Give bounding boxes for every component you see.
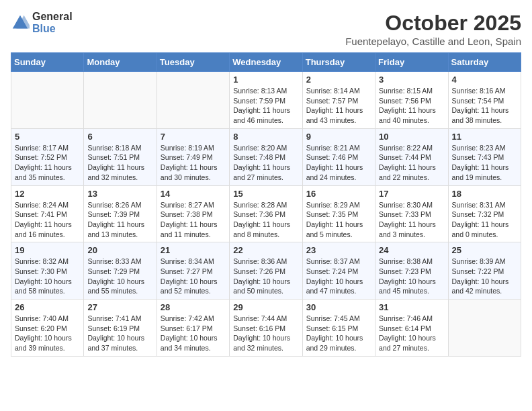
weekday-header: Wednesday <box>230 53 302 72</box>
calendar-cell: 8Sunrise: 8:20 AM Sunset: 7:48 PM Daylig… <box>230 128 302 185</box>
day-info: Sunrise: 7:40 AM Sunset: 6:20 PM Dayligh… <box>15 314 80 353</box>
calendar-cell: 5Sunrise: 8:17 AM Sunset: 7:52 PM Daylig… <box>11 128 84 185</box>
logo-blue-text: Blue <box>32 23 73 35</box>
day-number: 24 <box>379 245 444 255</box>
day-info: Sunrise: 7:46 AM Sunset: 6:14 PM Dayligh… <box>379 314 444 353</box>
day-number: 10 <box>379 132 444 142</box>
calendar-cell: 1Sunrise: 8:13 AM Sunset: 7:59 PM Daylig… <box>230 72 302 129</box>
day-info: Sunrise: 8:19 AM Sunset: 7:49 PM Dayligh… <box>161 143 226 183</box>
calendar-cell: 7Sunrise: 8:19 AM Sunset: 7:49 PM Daylig… <box>157 128 229 185</box>
calendar-cell: 3Sunrise: 8:15 AM Sunset: 7:56 PM Daylig… <box>375 72 448 129</box>
calendar-table: SundayMondayTuesdayWednesdayThursdayFrid… <box>11 52 521 357</box>
calendar-cell: 31Sunrise: 7:46 AM Sunset: 6:14 PM Dayli… <box>375 300 448 357</box>
day-info: Sunrise: 8:34 AM Sunset: 7:27 PM Dayligh… <box>161 257 226 296</box>
day-number: 4 <box>452 75 517 85</box>
weekday-header: Monday <box>84 53 157 72</box>
weekday-header: Thursday <box>302 53 375 72</box>
title-block: October 2025 Fuentepelayo, Castille and … <box>345 11 521 47</box>
calendar-cell: 15Sunrise: 8:28 AM Sunset: 7:36 PM Dayli… <box>230 185 302 242</box>
calendar-cell: 14Sunrise: 8:27 AM Sunset: 7:38 PM Dayli… <box>157 185 229 242</box>
calendar-week-row: 26Sunrise: 7:40 AM Sunset: 6:20 PM Dayli… <box>11 300 521 357</box>
calendar-cell <box>11 72 84 129</box>
weekday-header: Friday <box>375 53 448 72</box>
day-info: Sunrise: 8:15 AM Sunset: 7:56 PM Dayligh… <box>379 86 444 126</box>
calendar-cell: 25Sunrise: 8:39 AM Sunset: 7:22 PM Dayli… <box>448 242 521 300</box>
day-number: 5 <box>15 132 80 142</box>
day-number: 25 <box>452 245 517 255</box>
calendar-header-row: SundayMondayTuesdayWednesdayThursdayFrid… <box>11 53 521 72</box>
day-info: Sunrise: 8:31 AM Sunset: 7:32 PM Dayligh… <box>452 200 517 240</box>
calendar-cell: 19Sunrise: 8:32 AM Sunset: 7:30 PM Dayli… <box>11 242 84 300</box>
day-number: 1 <box>233 75 298 85</box>
calendar-cell: 12Sunrise: 8:24 AM Sunset: 7:41 PM Dayli… <box>11 185 84 242</box>
calendar-cell: 30Sunrise: 7:45 AM Sunset: 6:15 PM Dayli… <box>302 300 375 357</box>
day-info: Sunrise: 7:41 AM Sunset: 6:19 PM Dayligh… <box>87 314 152 353</box>
logo-icon <box>11 13 30 32</box>
day-number: 15 <box>233 189 298 199</box>
calendar-cell: 10Sunrise: 8:22 AM Sunset: 7:44 PM Dayli… <box>375 128 448 185</box>
calendar-cell: 28Sunrise: 7:42 AM Sunset: 6:17 PM Dayli… <box>157 300 229 357</box>
calendar-cell: 4Sunrise: 8:16 AM Sunset: 7:54 PM Daylig… <box>448 72 521 129</box>
day-info: Sunrise: 8:39 AM Sunset: 7:22 PM Dayligh… <box>452 257 517 296</box>
calendar-week-row: 19Sunrise: 8:32 AM Sunset: 7:30 PM Dayli… <box>11 242 521 300</box>
day-info: Sunrise: 8:16 AM Sunset: 7:54 PM Dayligh… <box>452 86 517 126</box>
calendar-cell: 16Sunrise: 8:29 AM Sunset: 7:35 PM Dayli… <box>302 185 375 242</box>
day-number: 16 <box>306 189 371 199</box>
day-number: 26 <box>15 302 80 312</box>
calendar-cell: 29Sunrise: 7:44 AM Sunset: 6:16 PM Dayli… <box>230 300 302 357</box>
day-info: Sunrise: 7:42 AM Sunset: 6:17 PM Dayligh… <box>161 314 226 353</box>
location-title: Fuentepelayo, Castille and Leon, Spain <box>345 36 521 47</box>
day-number: 19 <box>15 245 80 255</box>
day-info: Sunrise: 8:22 AM Sunset: 7:44 PM Dayligh… <box>379 143 444 183</box>
day-info: Sunrise: 8:33 AM Sunset: 7:29 PM Dayligh… <box>87 257 152 296</box>
day-number: 2 <box>306 75 371 85</box>
day-info: Sunrise: 8:29 AM Sunset: 7:35 PM Dayligh… <box>306 200 371 240</box>
weekday-header: Sunday <box>11 53 84 72</box>
calendar-cell: 22Sunrise: 8:36 AM Sunset: 7:26 PM Dayli… <box>230 242 302 300</box>
day-number: 3 <box>379 75 444 85</box>
calendar-cell: 18Sunrise: 8:31 AM Sunset: 7:32 PM Dayli… <box>448 185 521 242</box>
calendar-week-row: 12Sunrise: 8:24 AM Sunset: 7:41 PM Dayli… <box>11 185 521 242</box>
day-number: 21 <box>161 245 226 255</box>
calendar-week-row: 5Sunrise: 8:17 AM Sunset: 7:52 PM Daylig… <box>11 128 521 185</box>
day-info: Sunrise: 8:32 AM Sunset: 7:30 PM Dayligh… <box>15 257 80 296</box>
day-info: Sunrise: 8:13 AM Sunset: 7:59 PM Dayligh… <box>233 86 298 126</box>
day-info: Sunrise: 8:28 AM Sunset: 7:36 PM Dayligh… <box>233 200 298 240</box>
day-info: Sunrise: 8:30 AM Sunset: 7:33 PM Dayligh… <box>379 200 444 240</box>
calendar-cell: 23Sunrise: 8:37 AM Sunset: 7:24 PM Dayli… <box>302 242 375 300</box>
day-info: Sunrise: 8:21 AM Sunset: 7:46 PM Dayligh… <box>306 143 371 183</box>
month-title: October 2025 <box>345 11 521 36</box>
day-number: 27 <box>87 302 152 312</box>
day-number: 20 <box>87 245 152 255</box>
calendar-cell: 21Sunrise: 8:34 AM Sunset: 7:27 PM Dayli… <box>157 242 229 300</box>
day-info: Sunrise: 8:23 AM Sunset: 7:43 PM Dayligh… <box>452 143 517 183</box>
weekday-header: Tuesday <box>157 53 229 72</box>
calendar-cell: 20Sunrise: 8:33 AM Sunset: 7:29 PM Dayli… <box>84 242 157 300</box>
day-info: Sunrise: 8:17 AM Sunset: 7:52 PM Dayligh… <box>15 143 80 183</box>
day-number: 14 <box>161 189 226 199</box>
day-info: Sunrise: 8:38 AM Sunset: 7:23 PM Dayligh… <box>379 257 444 296</box>
day-info: Sunrise: 8:27 AM Sunset: 7:38 PM Dayligh… <box>161 200 226 240</box>
calendar-cell <box>84 72 157 129</box>
day-info: Sunrise: 8:14 AM Sunset: 7:57 PM Dayligh… <box>306 86 371 126</box>
page-header: General Blue October 2025 Fuentepelayo, … <box>11 11 521 47</box>
day-info: Sunrise: 7:44 AM Sunset: 6:16 PM Dayligh… <box>233 314 298 353</box>
day-number: 13 <box>87 189 152 199</box>
calendar-cell: 26Sunrise: 7:40 AM Sunset: 6:20 PM Dayli… <box>11 300 84 357</box>
calendar-cell: 13Sunrise: 8:26 AM Sunset: 7:39 PM Dayli… <box>84 185 157 242</box>
day-number: 12 <box>15 189 80 199</box>
calendar-cell: 2Sunrise: 8:14 AM Sunset: 7:57 PM Daylig… <box>302 72 375 129</box>
day-number: 22 <box>233 245 298 255</box>
calendar-cell <box>157 72 229 129</box>
calendar-cell: 6Sunrise: 8:18 AM Sunset: 7:51 PM Daylig… <box>84 128 157 185</box>
day-info: Sunrise: 8:37 AM Sunset: 7:24 PM Dayligh… <box>306 257 371 296</box>
day-number: 30 <box>306 302 371 312</box>
calendar-cell: 11Sunrise: 8:23 AM Sunset: 7:43 PM Dayli… <box>448 128 521 185</box>
day-info: Sunrise: 8:36 AM Sunset: 7:26 PM Dayligh… <box>233 257 298 296</box>
day-number: 31 <box>379 302 444 312</box>
day-number: 23 <box>306 245 371 255</box>
calendar-week-row: 1Sunrise: 8:13 AM Sunset: 7:59 PM Daylig… <box>11 72 521 129</box>
day-number: 9 <box>306 132 371 142</box>
calendar-cell: 27Sunrise: 7:41 AM Sunset: 6:19 PM Dayli… <box>84 300 157 357</box>
day-info: Sunrise: 8:26 AM Sunset: 7:39 PM Dayligh… <box>87 200 152 240</box>
